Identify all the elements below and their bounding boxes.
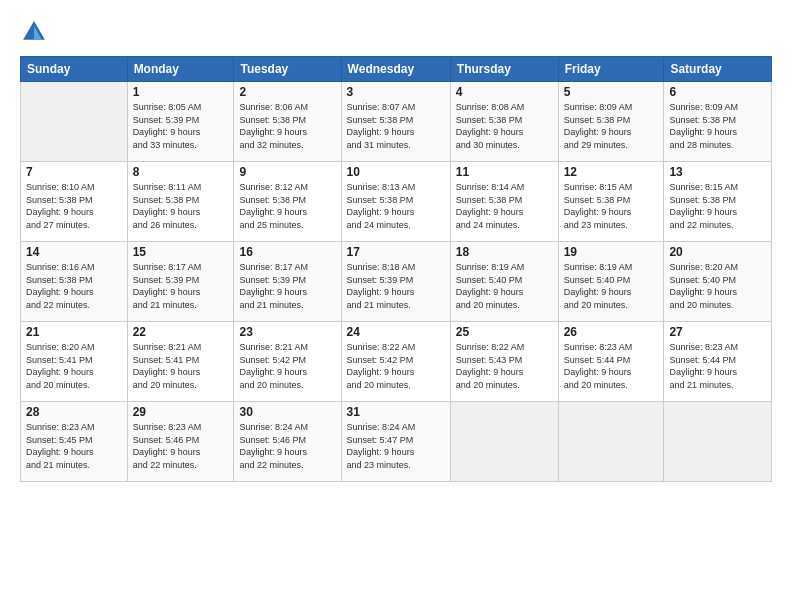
day-number: 17: [347, 245, 445, 259]
calendar-day-cell: 28Sunrise: 8:23 AM Sunset: 5:45 PM Dayli…: [21, 402, 128, 482]
day-info: Sunrise: 8:09 AM Sunset: 5:38 PM Dayligh…: [669, 101, 766, 151]
day-info: Sunrise: 8:06 AM Sunset: 5:38 PM Dayligh…: [239, 101, 335, 151]
day-info: Sunrise: 8:16 AM Sunset: 5:38 PM Dayligh…: [26, 261, 122, 311]
day-number: 9: [239, 165, 335, 179]
day-info: Sunrise: 8:23 AM Sunset: 5:44 PM Dayligh…: [564, 341, 659, 391]
day-number: 2: [239, 85, 335, 99]
calendar-day-cell: 15Sunrise: 8:17 AM Sunset: 5:39 PM Dayli…: [127, 242, 234, 322]
day-info: Sunrise: 8:10 AM Sunset: 5:38 PM Dayligh…: [26, 181, 122, 231]
weekday-header-cell: Monday: [127, 57, 234, 82]
weekday-header-cell: Tuesday: [234, 57, 341, 82]
calendar-day-cell: 1Sunrise: 8:05 AM Sunset: 5:39 PM Daylig…: [127, 82, 234, 162]
calendar-day-cell: [558, 402, 664, 482]
calendar-day-cell: 14Sunrise: 8:16 AM Sunset: 5:38 PM Dayli…: [21, 242, 128, 322]
day-number: 12: [564, 165, 659, 179]
calendar-day-cell: 21Sunrise: 8:20 AM Sunset: 5:41 PM Dayli…: [21, 322, 128, 402]
day-number: 19: [564, 245, 659, 259]
calendar-day-cell: [21, 82, 128, 162]
day-number: 10: [347, 165, 445, 179]
weekday-header-cell: Wednesday: [341, 57, 450, 82]
calendar-day-cell: 30Sunrise: 8:24 AM Sunset: 5:46 PM Dayli…: [234, 402, 341, 482]
day-info: Sunrise: 8:11 AM Sunset: 5:38 PM Dayligh…: [133, 181, 229, 231]
day-info: Sunrise: 8:13 AM Sunset: 5:38 PM Dayligh…: [347, 181, 445, 231]
day-info: Sunrise: 8:23 AM Sunset: 5:45 PM Dayligh…: [26, 421, 122, 471]
calendar-table: SundayMondayTuesdayWednesdayThursdayFrid…: [20, 56, 772, 482]
calendar-week-row: 14Sunrise: 8:16 AM Sunset: 5:38 PM Dayli…: [21, 242, 772, 322]
calendar-day-cell: 25Sunrise: 8:22 AM Sunset: 5:43 PM Dayli…: [450, 322, 558, 402]
calendar-day-cell: 7Sunrise: 8:10 AM Sunset: 5:38 PM Daylig…: [21, 162, 128, 242]
day-number: 15: [133, 245, 229, 259]
day-info: Sunrise: 8:12 AM Sunset: 5:38 PM Dayligh…: [239, 181, 335, 231]
day-info: Sunrise: 8:14 AM Sunset: 5:38 PM Dayligh…: [456, 181, 553, 231]
day-info: Sunrise: 8:18 AM Sunset: 5:39 PM Dayligh…: [347, 261, 445, 311]
day-number: 29: [133, 405, 229, 419]
day-number: 30: [239, 405, 335, 419]
day-number: 3: [347, 85, 445, 99]
calendar-day-cell: 22Sunrise: 8:21 AM Sunset: 5:41 PM Dayli…: [127, 322, 234, 402]
day-info: Sunrise: 8:24 AM Sunset: 5:46 PM Dayligh…: [239, 421, 335, 471]
day-info: Sunrise: 8:07 AM Sunset: 5:38 PM Dayligh…: [347, 101, 445, 151]
calendar-day-cell: 9Sunrise: 8:12 AM Sunset: 5:38 PM Daylig…: [234, 162, 341, 242]
day-number: 16: [239, 245, 335, 259]
day-info: Sunrise: 8:19 AM Sunset: 5:40 PM Dayligh…: [456, 261, 553, 311]
calendar-day-cell: 3Sunrise: 8:07 AM Sunset: 5:38 PM Daylig…: [341, 82, 450, 162]
calendar-day-cell: 19Sunrise: 8:19 AM Sunset: 5:40 PM Dayli…: [558, 242, 664, 322]
calendar-day-cell: 10Sunrise: 8:13 AM Sunset: 5:38 PM Dayli…: [341, 162, 450, 242]
day-info: Sunrise: 8:21 AM Sunset: 5:42 PM Dayligh…: [239, 341, 335, 391]
weekday-header-row: SundayMondayTuesdayWednesdayThursdayFrid…: [21, 57, 772, 82]
page-container: SundayMondayTuesdayWednesdayThursdayFrid…: [0, 0, 792, 612]
day-number: 27: [669, 325, 766, 339]
day-number: 22: [133, 325, 229, 339]
calendar-day-cell: 13Sunrise: 8:15 AM Sunset: 5:38 PM Dayli…: [664, 162, 772, 242]
day-info: Sunrise: 8:20 AM Sunset: 5:41 PM Dayligh…: [26, 341, 122, 391]
day-number: 20: [669, 245, 766, 259]
day-number: 24: [347, 325, 445, 339]
day-number: 21: [26, 325, 122, 339]
calendar-day-cell: 27Sunrise: 8:23 AM Sunset: 5:44 PM Dayli…: [664, 322, 772, 402]
day-info: Sunrise: 8:22 AM Sunset: 5:43 PM Dayligh…: [456, 341, 553, 391]
day-number: 6: [669, 85, 766, 99]
calendar-day-cell: 5Sunrise: 8:09 AM Sunset: 5:38 PM Daylig…: [558, 82, 664, 162]
weekday-header-cell: Sunday: [21, 57, 128, 82]
calendar-day-cell: 2Sunrise: 8:06 AM Sunset: 5:38 PM Daylig…: [234, 82, 341, 162]
calendar-body: 1Sunrise: 8:05 AM Sunset: 5:39 PM Daylig…: [21, 82, 772, 482]
calendar-day-cell: 29Sunrise: 8:23 AM Sunset: 5:46 PM Dayli…: [127, 402, 234, 482]
day-number: 4: [456, 85, 553, 99]
calendar-week-row: 7Sunrise: 8:10 AM Sunset: 5:38 PM Daylig…: [21, 162, 772, 242]
weekday-header-cell: Thursday: [450, 57, 558, 82]
day-info: Sunrise: 8:08 AM Sunset: 5:38 PM Dayligh…: [456, 101, 553, 151]
day-info: Sunrise: 8:20 AM Sunset: 5:40 PM Dayligh…: [669, 261, 766, 311]
calendar-day-cell: 24Sunrise: 8:22 AM Sunset: 5:42 PM Dayli…: [341, 322, 450, 402]
calendar-week-row: 1Sunrise: 8:05 AM Sunset: 5:39 PM Daylig…: [21, 82, 772, 162]
day-number: 23: [239, 325, 335, 339]
page-header: [20, 18, 772, 46]
day-number: 7: [26, 165, 122, 179]
day-number: 13: [669, 165, 766, 179]
calendar-day-cell: 20Sunrise: 8:20 AM Sunset: 5:40 PM Dayli…: [664, 242, 772, 322]
day-info: Sunrise: 8:24 AM Sunset: 5:47 PM Dayligh…: [347, 421, 445, 471]
calendar-day-cell: [450, 402, 558, 482]
logo: [20, 18, 52, 46]
day-number: 14: [26, 245, 122, 259]
calendar-day-cell: 18Sunrise: 8:19 AM Sunset: 5:40 PM Dayli…: [450, 242, 558, 322]
day-info: Sunrise: 8:19 AM Sunset: 5:40 PM Dayligh…: [564, 261, 659, 311]
day-info: Sunrise: 8:23 AM Sunset: 5:46 PM Dayligh…: [133, 421, 229, 471]
day-number: 8: [133, 165, 229, 179]
calendar-day-cell: [664, 402, 772, 482]
day-number: 26: [564, 325, 659, 339]
calendar-day-cell: 16Sunrise: 8:17 AM Sunset: 5:39 PM Dayli…: [234, 242, 341, 322]
calendar-week-row: 21Sunrise: 8:20 AM Sunset: 5:41 PM Dayli…: [21, 322, 772, 402]
calendar-week-row: 28Sunrise: 8:23 AM Sunset: 5:45 PM Dayli…: [21, 402, 772, 482]
day-number: 18: [456, 245, 553, 259]
day-info: Sunrise: 8:15 AM Sunset: 5:38 PM Dayligh…: [564, 181, 659, 231]
calendar-day-cell: 8Sunrise: 8:11 AM Sunset: 5:38 PM Daylig…: [127, 162, 234, 242]
logo-icon: [20, 18, 48, 46]
day-info: Sunrise: 8:17 AM Sunset: 5:39 PM Dayligh…: [133, 261, 229, 311]
day-number: 5: [564, 85, 659, 99]
day-info: Sunrise: 8:22 AM Sunset: 5:42 PM Dayligh…: [347, 341, 445, 391]
day-info: Sunrise: 8:05 AM Sunset: 5:39 PM Dayligh…: [133, 101, 229, 151]
calendar-day-cell: 31Sunrise: 8:24 AM Sunset: 5:47 PM Dayli…: [341, 402, 450, 482]
weekday-header-cell: Saturday: [664, 57, 772, 82]
calendar-day-cell: 26Sunrise: 8:23 AM Sunset: 5:44 PM Dayli…: [558, 322, 664, 402]
day-number: 28: [26, 405, 122, 419]
